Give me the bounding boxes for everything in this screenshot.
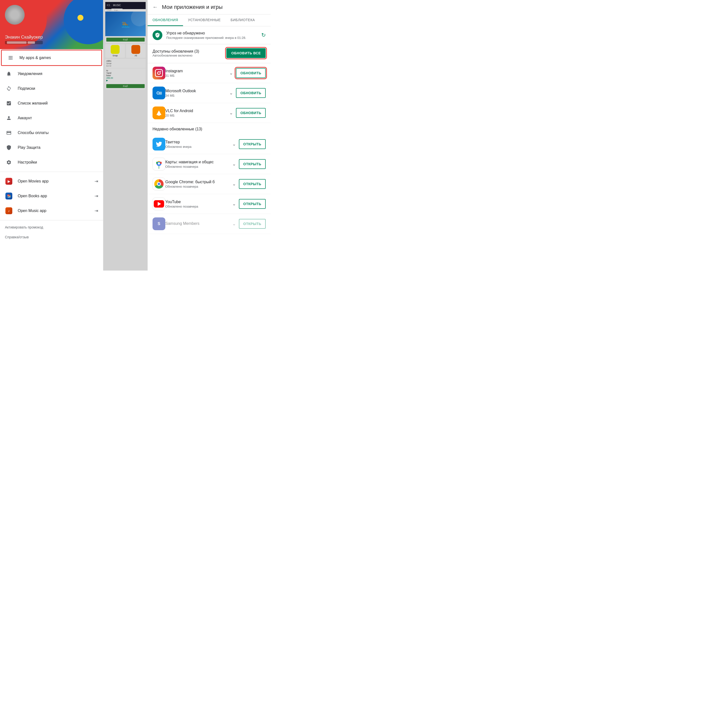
app-updated: Обновлено вчера: [165, 145, 232, 149]
sidebar-item-wishlist[interactable]: Список желаний: [0, 96, 103, 111]
open-twitter-button[interactable]: ОТКРЫТЬ: [239, 139, 266, 149]
nav-list: My apps & games Уведомления Подписки: [0, 49, 103, 271]
sidebar-item-settings[interactable]: Настройки: [0, 155, 103, 170]
app-item-twitter: Твиттер Обновлено вчера ⌄ ОТКРЫТЬ: [147, 134, 271, 154]
app-size: 31 МБ: [165, 74, 229, 77]
security-text: Угроз не обнаружено Последнее сканирован…: [166, 31, 261, 39]
external-link-icon: ⇥: [95, 179, 98, 184]
divider: [0, 220, 103, 220]
profile-email: [5, 41, 43, 44]
apps-grid-icon: [7, 54, 15, 62]
update-instagram-button[interactable]: ОБНОВИТЬ: [236, 68, 266, 78]
app-updated: Обновлено позавчера: [165, 165, 232, 169]
app-item-chrome: Google Chrome: быстрый б Обновлено позав…: [147, 174, 271, 194]
tab-library[interactable]: БИБЛИОТЕКА: [226, 15, 260, 26]
sidebar-item-notifications[interactable]: Уведомления: [0, 66, 103, 81]
background-app-panel: KS MUSIC 'Choi... Fan... 🏊 ЕЩЁ Snap Ali: [103, 0, 147, 271]
app-item-vlc: VLC for Android 20 МБ ⌄ ОБНОВИТЬ: [147, 103, 271, 123]
sidebar-item-help[interactable]: Справка/отзыв: [0, 232, 103, 242]
movies-app-icon: ▶: [5, 177, 13, 185]
sidebar-item-label: Способы оплаты: [18, 131, 98, 135]
expand-icon[interactable]: ⌄: [232, 181, 236, 187]
update-all-button[interactable]: ОБНОВИТЬ ВСЕ: [226, 48, 266, 58]
sidebar-item-account[interactable]: Аккаунт: [0, 111, 103, 125]
sidebar-item-label: Список желаний: [18, 101, 98, 105]
shield-icon: [5, 144, 13, 151]
external-link-icon: ⇥: [95, 193, 98, 199]
svg-rect-8: [158, 114, 160, 115]
credit-card-icon: [5, 129, 13, 137]
maps-info: Карты: навигация и общес Обновлено позав…: [165, 160, 232, 169]
app-updated: Обновлено позавчера: [165, 185, 232, 188]
app-item-samsung: S Samsung Members ⌄ ОТКРЫТЬ: [147, 214, 271, 234]
app-updated: Обновлено позавчера: [165, 205, 232, 208]
app-item-outlook: O Microsoft Outlook 34 МБ ⌄ ОБНОВИТЬ: [147, 83, 271, 103]
twitter-app-icon: [153, 138, 165, 150]
security-banner: Угроз не обнаружено Последнее сканирован…: [147, 26, 271, 44]
sidebar-item-payment[interactable]: Способы оплаты: [0, 125, 103, 140]
app-size: 20 МБ: [165, 114, 229, 117]
sidebar-item-label: Open Music app: [18, 208, 95, 213]
svg-rect-9: [158, 115, 160, 116]
right-header: ← Мои приложения и игры: [147, 0, 271, 15]
samsung-info: Samsung Members: [165, 221, 232, 226]
open-chrome-button[interactable]: ОТКРЫТЬ: [239, 179, 266, 189]
update-outlook-button[interactable]: ОБНОВИТЬ: [236, 88, 266, 98]
shield-protect-icon: [153, 30, 162, 40]
updates-count-title: Доступны обновления (3): [153, 49, 199, 54]
app-name: Microsoft Outlook: [165, 89, 229, 93]
sidebar-item-promo[interactable]: Активировать промокод: [0, 222, 103, 232]
sidebar-item-open-music[interactable]: ♪ Open Music app ⇥: [0, 203, 103, 218]
chrome-app-icon: [153, 178, 165, 190]
tab-installed[interactable]: УСТАНОВЛЕННЫЕ: [183, 15, 226, 26]
sidebar: Энакин Скайуокер My apps & games: [0, 0, 103, 271]
app-name: VLC for Android: [165, 109, 229, 113]
expand-icon[interactable]: ⌄: [232, 141, 236, 147]
security-subtitle: Последнее сканирование приложений: вчера…: [166, 36, 261, 39]
vlc-app-icon: [153, 106, 165, 119]
expand-icon[interactable]: ⌄: [232, 201, 236, 207]
expand-icon[interactable]: ⌄: [229, 70, 233, 76]
refresh-scan-button[interactable]: ↻: [261, 32, 266, 38]
expand-icon[interactable]: ⌄: [232, 221, 236, 227]
sidebar-item-open-books[interactable]: 📚 Open Books app ⇥: [0, 189, 103, 203]
music-app-icon: ♪: [5, 207, 13, 215]
expand-icon[interactable]: ⌄: [229, 90, 233, 96]
open-maps-button[interactable]: ОТКРЫТЬ: [239, 159, 266, 169]
app-name: Карты: навигация и общес: [165, 160, 232, 164]
sidebar-item-subscriptions[interactable]: Подписки: [0, 81, 103, 96]
vlc-info: VLC for Android 20 МБ: [165, 109, 229, 117]
profile-name: Энакин Скайуокер: [5, 35, 43, 40]
updates-subtitle: Автообновление включено: [153, 54, 199, 57]
profile-info: Энакин Скайуокер: [5, 35, 43, 44]
open-youtube-button[interactable]: ОТКРЫТЬ: [239, 199, 266, 209]
gear-icon: [5, 159, 13, 166]
bell-icon: [5, 70, 13, 78]
expand-icon[interactable]: ⌄: [229, 110, 233, 116]
svg-rect-12: [156, 162, 158, 164]
sidebar-item-play-protect[interactable]: Play Защита: [0, 140, 103, 155]
profile-header: Энакин Скайуокер: [0, 0, 103, 49]
sidebar-item-my-apps[interactable]: My apps & games: [1, 50, 102, 66]
app-name: Instagram: [165, 69, 229, 73]
right-content: Угроз не обнаружено Последнее сканирован…: [147, 26, 271, 271]
instagram-info: Instagram 31 МБ: [165, 69, 229, 77]
sidebar-item-label: Уведомления: [18, 71, 98, 76]
divider: [0, 172, 103, 172]
app-name: Samsung Members: [165, 221, 232, 226]
back-button[interactable]: ←: [153, 4, 158, 10]
tab-updates[interactable]: ОБНОВЛЕНИЯ: [147, 15, 183, 26]
instagram-app-icon: [153, 67, 165, 79]
sidebar-item-open-movies[interactable]: ▶ Open Movies app ⇥: [0, 174, 103, 189]
recently-title: Недавно обновленные (13): [153, 127, 266, 131]
app-name: Твиттер: [165, 140, 232, 144]
updates-available-section: Доступны обновления (3) Автообновление в…: [147, 44, 271, 63]
updates-header: Доступны обновления (3) Автообновление в…: [153, 48, 266, 58]
app-item-instagram: Instagram 31 МБ ⌄ ОБНОВИТЬ: [147, 63, 271, 83]
update-vlc-button[interactable]: ОБНОВИТЬ: [236, 108, 266, 118]
security-title: Угроз не обнаружено: [166, 31, 261, 35]
youtube-app-icon: [153, 198, 165, 210]
yellow-dot: [77, 15, 83, 21]
expand-icon[interactable]: ⌄: [232, 161, 236, 167]
open-samsung-button[interactable]: ОТКРЫТЬ: [239, 219, 266, 229]
